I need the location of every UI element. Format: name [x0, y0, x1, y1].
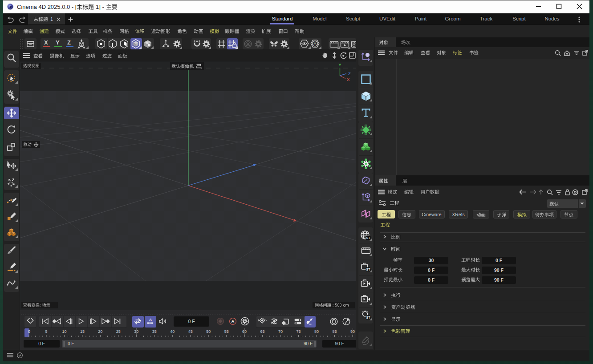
svg-text:Z: Z	[348, 71, 351, 76]
svg-text:X: X	[347, 77, 350, 82]
svg-text:A: A	[313, 41, 316, 46]
svg-text:A: A	[149, 318, 152, 322]
svg-text:A: A	[232, 319, 235, 324]
svg-text:Y: Y	[338, 62, 341, 67]
